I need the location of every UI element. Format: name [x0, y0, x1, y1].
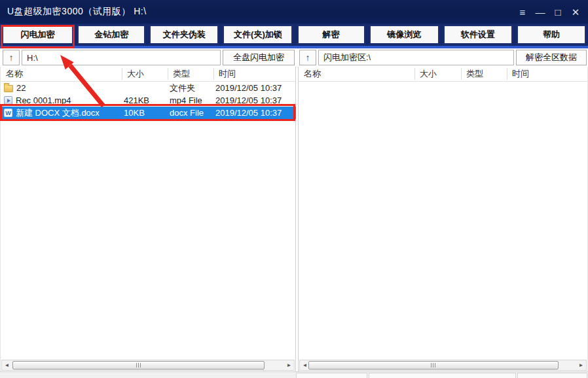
file-time: 2019/12/05 10:37 — [213, 95, 296, 105]
file-time: 2019/12/05 10:37 — [213, 83, 296, 93]
status-segment — [369, 373, 516, 378]
column-header-size[interactable]: 大小 — [122, 68, 168, 80]
column-header-time[interactable]: 时间 — [507, 68, 587, 80]
file-name: 新建 DOCX 文档.docx — [16, 107, 100, 119]
column-divider[interactable] — [213, 68, 214, 80]
file-name: Rec 0001.mp4 — [16, 95, 71, 105]
status-segment — [517, 373, 587, 378]
left-file-panel: 名称 大小 类型 时间 22 文件夹 2019/12/05 10:37 Rec … — [0, 67, 296, 371]
column-header-name[interactable]: 名称 — [299, 68, 414, 80]
scrollbar-thumb[interactable] — [12, 361, 265, 369]
column-header-time[interactable]: 时间 — [213, 68, 295, 80]
window-controls: ≡ — □ ✕ — [517, 0, 581, 24]
file-row-mp4[interactable]: Rec 0001.mp4 421KB mp4 File 2019/12/05 1… — [1, 94, 296, 107]
column-header-size[interactable]: 大小 — [414, 68, 461, 80]
close-icon[interactable]: ✕ — [570, 7, 581, 17]
app-window: U盘超级加密3000（试用版） H:\ ≡ — □ ✕ 闪电加密 金钻加密 文件… — [0, 0, 588, 378]
file-row-folder-22[interactable]: 22 文件夹 2019/12/05 10:37 — [1, 82, 296, 94]
column-divider[interactable] — [168, 68, 168, 80]
right-column-header: 名称 大小 类型 时间 — [299, 67, 587, 82]
file-type: docx File — [168, 108, 213, 118]
up-arrow-right-button[interactable]: ↑ — [299, 50, 316, 65]
window-title: U盘超级加密3000（试用版） H:\ — [0, 6, 147, 18]
image-browse-button[interactable]: 镜像浏览 — [369, 25, 439, 44]
column-divider[interactable] — [461, 68, 462, 80]
right-horizontal-scrollbar[interactable]: ◄ ► — [299, 360, 587, 371]
left-column-header: 名称 大小 类型 时间 — [1, 67, 295, 82]
scrollbar-grip-icon — [431, 363, 436, 368]
scrollbar-thumb[interactable] — [308, 361, 559, 369]
title-bar: U盘超级加密3000（试用版） H:\ ≡ — □ ✕ — [0, 0, 588, 24]
left-horizontal-scrollbar[interactable]: ◄ ► — [1, 360, 295, 371]
file-time: 2019/12/05 10:37 — [213, 108, 296, 118]
file-type: mp4 File — [168, 95, 213, 105]
video-file-icon — [4, 96, 12, 105]
file-size: 421KB — [122, 95, 168, 105]
scroll-right-arrow-icon[interactable]: ► — [284, 360, 294, 370]
column-divider[interactable] — [122, 68, 122, 80]
folder-disguise-button[interactable]: 文件夹伪装 — [149, 25, 219, 44]
gold-diamond-encrypt-button[interactable]: 金钻加密 — [77, 25, 145, 44]
column-header-name[interactable]: 名称 — [1, 68, 122, 80]
column-header-type[interactable]: 类型 — [461, 68, 507, 80]
scroll-right-arrow-icon[interactable]: ► — [576, 360, 586, 370]
file-folder-lock-button[interactable]: 文件(夹)加锁 — [223, 25, 293, 44]
file-size: 10KB — [122, 108, 168, 118]
column-header-type[interactable]: 类型 — [168, 68, 213, 80]
status-segment — [296, 373, 367, 378]
file-type: 文件夹 — [168, 82, 213, 94]
help-button[interactable]: 帮助 — [517, 25, 586, 44]
docx-file-icon: W — [4, 109, 12, 117]
path-row: ↑ 全盘闪电加密 ↑ 解密全区数据 — [0, 48, 588, 67]
full-disk-flash-encrypt-button[interactable]: 全盘闪电加密 — [223, 50, 295, 65]
right-path-input[interactable] — [318, 50, 514, 65]
up-arrow-left-button[interactable]: ↑ — [3, 50, 20, 65]
flash-encrypt-button[interactable]: 闪电加密 — [2, 25, 73, 44]
main-toolbar: 闪电加密 金钻加密 文件夹伪装 文件(夹)加锁 解密 镜像浏览 软件设置 帮助 — [0, 24, 588, 48]
maximize-icon[interactable]: □ — [552, 7, 564, 17]
column-divider[interactable] — [507, 68, 507, 80]
decrypt-button[interactable]: 解密 — [297, 25, 365, 44]
folder-icon — [4, 85, 13, 92]
file-name: 22 — [16, 83, 26, 93]
menu-icon[interactable]: ≡ — [517, 7, 528, 17]
decrypt-all-zone-button[interactable]: 解密全区数据 — [516, 50, 587, 65]
left-path-input[interactable] — [22, 50, 221, 65]
status-bar — [0, 371, 588, 378]
scrollbar-grip-icon — [136, 363, 141, 368]
minimize-icon[interactable]: — — [534, 7, 546, 17]
right-file-panel: 名称 大小 类型 时间 ◄ ► — [298, 67, 588, 371]
file-row-docx-selected[interactable]: W 新建 DOCX 文档.docx 10KB docx File 2019/12… — [1, 107, 296, 119]
software-settings-button[interactable]: 软件设置 — [443, 25, 513, 44]
column-divider[interactable] — [414, 68, 415, 80]
scroll-left-arrow-icon[interactable]: ◄ — [2, 360, 12, 370]
